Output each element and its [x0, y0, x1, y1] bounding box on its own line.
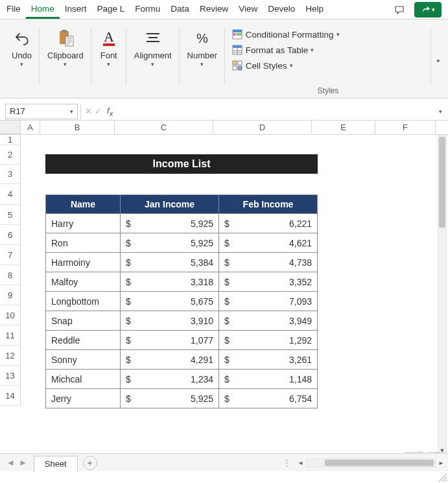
undo-icon	[12, 27, 32, 49]
cell-amount[interactable]: $5,925	[121, 214, 219, 233]
formula-bar-row: R17 ▾ ✕ ✓ fx ▾	[0, 102, 448, 121]
table-row: Harmoiny$5,384$4,738	[46, 253, 318, 272]
fx-icon[interactable]: fx	[104, 106, 115, 117]
sheet-tab[interactable]: Sheet	[34, 456, 78, 471]
cell-name[interactable]: Snap	[46, 311, 121, 331]
tab-split-handle[interactable]: ⋮	[279, 458, 295, 467]
row-header-6[interactable]: 6	[0, 225, 21, 245]
cell-amount[interactable]: $6,221	[219, 214, 318, 233]
vertical-scrollbar[interactable]: ▲ ▼	[438, 135, 447, 456]
menu-tab-file[interactable]: File	[1, 0, 26, 19]
sheet-nav[interactable]: ◄ ►	[0, 458, 34, 467]
row-header-3[interactable]: 3	[0, 165, 21, 184]
column-header-F[interactable]: F	[375, 121, 436, 134]
menu-tab-insert[interactable]: Insert	[60, 0, 92, 19]
name-box-value: R17	[10, 106, 25, 116]
cell-amount[interactable]: $5,925	[121, 233, 219, 253]
formula-expand-button[interactable]: ▾	[432, 109, 448, 114]
column-header-B[interactable]: B	[40, 121, 115, 134]
number-button[interactable]: % Number ▾	[183, 25, 221, 69]
menu-tab-data[interactable]: Data	[165, 0, 195, 19]
cell-amount[interactable]: $4,291	[121, 350, 219, 370]
row-header-14[interactable]: 14	[0, 386, 21, 406]
comments-icon[interactable]	[390, 2, 409, 18]
conditional-formatting-button[interactable]: Conditional Formatting ▾	[229, 27, 342, 41]
share-button[interactable]: ▾	[414, 2, 442, 18]
cell-amount[interactable]: $5,925	[121, 389, 219, 408]
cell-amount[interactable]: $1,148	[219, 370, 318, 389]
sheet-prev-icon[interactable]: ◄	[6, 458, 15, 467]
sheet-next-icon[interactable]: ►	[19, 458, 27, 467]
menu-tab-view[interactable]: View	[233, 0, 263, 19]
row-header-8[interactable]: 8	[0, 265, 21, 285]
menu-tab-develo[interactable]: Develo	[263, 0, 300, 19]
row-header-13[interactable]: 13	[0, 366, 21, 386]
enter-icon[interactable]: ✓	[95, 106, 102, 116]
row-header-1[interactable]: 1	[0, 135, 21, 145]
cell-name[interactable]: Malfoy	[46, 272, 121, 292]
cell-name[interactable]: Reddle	[46, 331, 121, 350]
paste-button[interactable]: Clipboard ▾	[43, 25, 88, 69]
cell-amount[interactable]: $5,384	[121, 253, 219, 272]
column-header-A[interactable]: A	[21, 121, 40, 134]
cell-amount[interactable]: $3,910	[121, 311, 219, 331]
undo-button[interactable]: Undo ▾	[8, 25, 36, 69]
row-header-5[interactable]: 5	[0, 205, 21, 225]
ribbon-overflow-button[interactable]: ▾	[431, 22, 444, 98]
cell-name[interactable]: Michcal	[46, 370, 121, 389]
cell-styles-button[interactable]: Cell Styles ▾	[229, 58, 296, 73]
cell-amount[interactable]: $1,077	[121, 331, 219, 350]
cell-amount[interactable]: $3,318	[121, 272, 219, 292]
name-box[interactable]: R17 ▾	[5, 104, 78, 119]
cell-name[interactable]: Sonny	[46, 350, 121, 370]
cell-amount[interactable]: $4,738	[219, 253, 318, 272]
column-header-E[interactable]: E	[312, 121, 375, 134]
cell-amount[interactable]: $4,621	[219, 233, 318, 253]
column-header-C[interactable]: C	[115, 121, 213, 134]
cell-amount[interactable]: $7,093	[219, 292, 318, 311]
svg-rect-1	[62, 30, 67, 32]
cell-amount[interactable]: $1,292	[219, 331, 318, 350]
cell-amount[interactable]: $1,234	[121, 370, 219, 389]
cell-name[interactable]: Ron	[46, 233, 121, 253]
row-headers: 1234567891011121314	[0, 135, 21, 406]
row-header-2[interactable]: 2	[0, 145, 21, 165]
row-header-11[interactable]: 11	[0, 325, 21, 346]
scrollbar-thumb[interactable]	[439, 137, 445, 228]
cell-amount[interactable]: $5,675	[121, 292, 219, 311]
menu-tab-formu[interactable]: Formu	[130, 0, 165, 19]
cell-styles-icon	[231, 60, 243, 71]
number-label: Number	[187, 51, 217, 60]
formula-input[interactable]	[119, 104, 432, 119]
cell-amount[interactable]: $3,949	[219, 311, 318, 331]
format-as-table-button[interactable]: Format as Table ▾	[229, 43, 317, 57]
row-header-9[interactable]: 9	[0, 285, 21, 305]
select-all-corner[interactable]	[0, 121, 21, 134]
row-header-7[interactable]: 7	[0, 245, 21, 265]
cancel-icon[interactable]: ✕	[85, 106, 92, 116]
menu-tab-help[interactable]: Help	[300, 0, 329, 19]
cell-amount[interactable]: $3,261	[219, 350, 318, 370]
menu-tab-review[interactable]: Review	[195, 0, 233, 19]
add-sheet-button[interactable]: ＋	[83, 456, 97, 470]
alignment-button[interactable]: Alignment ▾	[130, 25, 176, 69]
row-header-12[interactable]: 12	[0, 346, 21, 366]
resize-handle-icon[interactable]	[439, 474, 447, 482]
font-button[interactable]: A Font ▾	[95, 25, 123, 69]
cell-name[interactable]: Harry	[46, 214, 121, 233]
scroll-left-icon[interactable]: ◄	[298, 460, 303, 466]
horizontal-scrollbar[interactable]	[306, 458, 436, 467]
cell-name[interactable]: Jerry	[46, 389, 121, 408]
column-header-D[interactable]: D	[213, 121, 312, 134]
menu-tab-page-l[interactable]: Page L	[92, 0, 130, 19]
menu-tab-home[interactable]: Home	[26, 0, 60, 19]
row-header-10[interactable]: 10	[0, 305, 21, 325]
row-header-4[interactable]: 4	[0, 184, 21, 205]
cell-amount[interactable]: $6,754	[219, 389, 318, 408]
spreadsheet-grid[interactable]: ABCDEF 1234567891011121314 Income List N…	[0, 121, 448, 458]
cell-name[interactable]: Longbottom	[46, 292, 121, 311]
cell-name[interactable]: Harmoiny	[46, 253, 121, 272]
scrollbar-thumb[interactable]	[325, 460, 434, 466]
cell-amount[interactable]: $3,352	[219, 272, 318, 292]
scroll-right-icon[interactable]: ►	[438, 460, 444, 466]
